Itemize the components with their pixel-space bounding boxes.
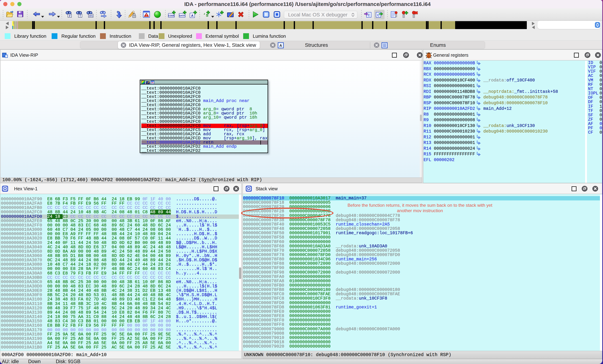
- svg-text:DATA: DATA: [179, 14, 185, 17]
- svg-text:A: A: [279, 44, 282, 47]
- svg-text:T: T: [79, 14, 81, 17]
- svg-text:A: A: [191, 14, 194, 18]
- svg-text:CODE: CODE: [168, 14, 174, 17]
- svg-text:101: 101: [89, 14, 93, 17]
- svg-text:#: #: [69, 14, 70, 17]
